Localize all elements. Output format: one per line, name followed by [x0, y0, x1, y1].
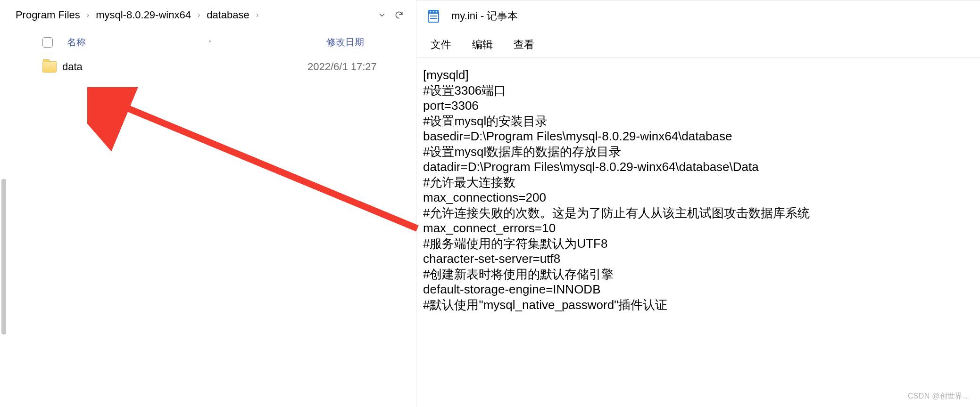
vertical-scrollbar[interactable] [0, 0, 8, 407]
chevron-right-icon: › [85, 11, 91, 19]
text-area[interactable]: [mysqld] #设置3306端口 port=3306 #设置mysql的安装… [416, 58, 980, 407]
file-date: 2022/6/1 17:27 [307, 61, 377, 73]
menu-view[interactable]: 查看 [514, 38, 534, 52]
notepad-icon [426, 8, 441, 24]
list-item[interactable]: data 2022/6/1 17:27 [42, 54, 416, 80]
menu-bar: 文件 编辑 查看 [416, 32, 980, 58]
chevron-right-icon: › [196, 11, 202, 19]
file-name: data [62, 61, 307, 73]
chevron-right-icon: › [254, 11, 260, 19]
folder-icon [42, 61, 57, 73]
watermark: CSDN @创世界… [908, 391, 971, 401]
svg-point-2 [430, 11, 432, 13]
column-header-name[interactable]: 名称 [67, 36, 203, 49]
menu-edit[interactable]: 编辑 [472, 38, 493, 52]
file-explorer-pane: « Program Files › mysql-8.0.29-winx64 › … [0, 0, 416, 407]
svg-point-4 [436, 11, 437, 13]
sort-indicator-icon: ^ [203, 39, 217, 46]
history-dropdown-icon[interactable] [374, 7, 390, 24]
window-title-bar: my.ini - 记事本 [416, 0, 980, 32]
menu-file[interactable]: 文件 [431, 38, 451, 52]
window-title: my.ini - 记事本 [451, 9, 518, 23]
select-all-checkbox[interactable] [42, 37, 53, 48]
column-header-date[interactable]: 修改日期 [217, 36, 416, 49]
svg-point-3 [433, 11, 434, 13]
breadcrumb-segment-mysql[interactable]: mysql-8.0.29-winx64 [91, 6, 196, 24]
file-list: data 2022/6/1 17:27 [0, 54, 416, 407]
refresh-icon[interactable] [390, 7, 407, 24]
breadcrumb-segment-database[interactable]: database [202, 6, 254, 24]
breadcrumb: « Program Files › mysql-8.0.29-winx64 › … [0, 0, 416, 30]
breadcrumb-segment-program-files[interactable]: Program Files [11, 6, 85, 24]
column-headers: 名称 ^ 修改日期 [0, 30, 416, 54]
notepad-pane: my.ini - 记事本 文件 编辑 查看 [mysqld] #设置3306端口… [416, 0, 980, 407]
scrollbar-thumb[interactable] [1, 179, 6, 334]
